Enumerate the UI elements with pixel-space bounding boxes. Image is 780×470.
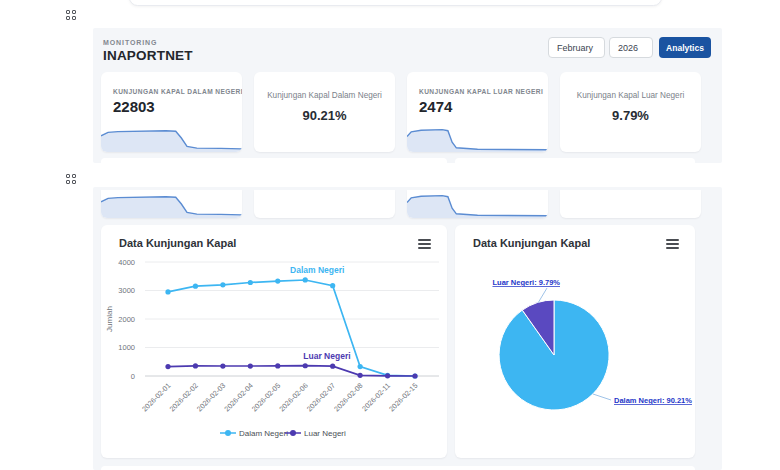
svg-text:Luar Negeri: Luar Negeri — [303, 351, 350, 361]
chart-menu-icon[interactable] — [666, 239, 679, 249]
pie-slice-label[interactable]: Dalam Negeri: 90.21% — [614, 396, 692, 405]
top-search-bar[interactable] — [129, 0, 662, 6]
svg-text:3000: 3000 — [118, 286, 135, 295]
pie-slice-label[interactable]: Luar Negeri: 9.79% — [492, 278, 560, 287]
kpi-label: KUNJUNGAN KAPAL LUAR NEGERI — [419, 88, 543, 95]
kpi-value: 22803 — [113, 98, 155, 115]
kpi-value: 2474 — [419, 98, 452, 115]
analytics-button[interactable]: Analytics — [659, 37, 711, 58]
pie-chart-card: Data Kunjungan Kapal Dalam Negeri: 90.21… — [455, 225, 695, 458]
kpi-card-bottom-stub — [560, 190, 701, 218]
kpi-card-bottom-stub — [101, 190, 242, 218]
svg-text:2026-02-06: 2026-02-06 — [277, 381, 309, 413]
drag-handle-icon[interactable] — [66, 174, 76, 184]
svg-text:Jumlah: Jumlah — [105, 306, 114, 332]
year-select[interactable]: 2026 — [609, 37, 653, 58]
sparkline-chart — [407, 190, 548, 218]
kpi-card-bottom-stub — [254, 190, 395, 218]
kpi-card-luar-negeri-count: KUNJUNGAN KAPAL LUAR NEGERI 2474 — [407, 72, 548, 152]
kpi-card-bottom-stub — [407, 190, 548, 218]
svg-text:2026-02-08: 2026-02-08 — [332, 381, 364, 413]
kpi-label: Kunjungan Kapal Luar Negeri — [560, 91, 701, 100]
line-chart-card: Data Kunjungan Kapal 01000200030004000Ju… — [101, 225, 447, 458]
svg-text:2026-02-15: 2026-02-15 — [387, 381, 419, 413]
svg-text:2000: 2000 — [118, 315, 135, 324]
kpi-value: 9.79% — [560, 108, 701, 123]
svg-text:4000: 4000 — [118, 258, 135, 267]
cut-card-top — [455, 158, 695, 163]
svg-text:1000: 1000 — [118, 343, 135, 352]
cut-card-top — [101, 466, 695, 470]
kpi-label: KUNJUNGAN KAPAL DALAM NEGERI — [113, 88, 242, 95]
svg-text:2026-02-07: 2026-02-07 — [305, 381, 337, 413]
chart-title: Data Kunjungan Kapal — [473, 237, 590, 249]
chart-menu-icon[interactable] — [418, 239, 431, 249]
svg-text:Dalam Negeri: Dalam Negeri — [239, 429, 288, 438]
svg-text:2026-02-02: 2026-02-02 — [167, 381, 199, 413]
sparkline-chart — [407, 124, 548, 152]
kpi-label: Kunjungan Kapal Dalam Negeri — [254, 91, 395, 100]
svg-text:Luar Negeri: Luar Negeri — [304, 429, 346, 438]
svg-text:2026-02-03: 2026-02-03 — [195, 381, 227, 413]
svg-text:0: 0 — [131, 372, 135, 381]
eyebrow-label: MONITORING — [103, 39, 157, 46]
sparkline-chart — [101, 124, 242, 152]
charts-widget: Data Kunjungan Kapal 01000200030004000Ju… — [93, 187, 722, 470]
kpi-card-dalam-negeri-count: KUNJUNGAN KAPAL DALAM NEGERI 22803 — [101, 72, 242, 152]
drag-handle-icon[interactable] — [66, 10, 76, 20]
sparkline-chart — [101, 190, 242, 218]
cut-card-top — [101, 158, 447, 163]
month-select[interactable]: February — [548, 37, 605, 58]
svg-text:2026-02-04: 2026-02-04 — [222, 381, 254, 413]
kpi-card-luar-negeri-pct: Kunjungan Kapal Luar Negeri 9.79% — [560, 72, 701, 152]
svg-text:2026-02-01: 2026-02-01 — [140, 381, 172, 413]
line-chart-svg: 01000200030004000Jumlah2026-02-012026-02… — [101, 253, 447, 458]
chart-title: Data Kunjungan Kapal — [119, 237, 236, 249]
dashboard-page: { "colors": { "section_bg": "#f4f6f9", "… — [0, 0, 780, 470]
pie-chart-svg: Dalam Negeri: 90.21%Luar Negeri: 9.79% — [455, 253, 695, 458]
monitoring-widget: MONITORING INAPORTNET February 2026 Anal… — [93, 28, 722, 163]
kpi-value: 90.21% — [254, 108, 395, 123]
page-title: INAPORTNET — [103, 48, 193, 63]
kpi-card-dalam-negeri-pct: Kunjungan Kapal Dalam Negeri 90.21% — [254, 72, 395, 152]
svg-text:2026-02-05: 2026-02-05 — [250, 381, 282, 413]
svg-text:Dalam Negeri: Dalam Negeri — [290, 265, 344, 275]
